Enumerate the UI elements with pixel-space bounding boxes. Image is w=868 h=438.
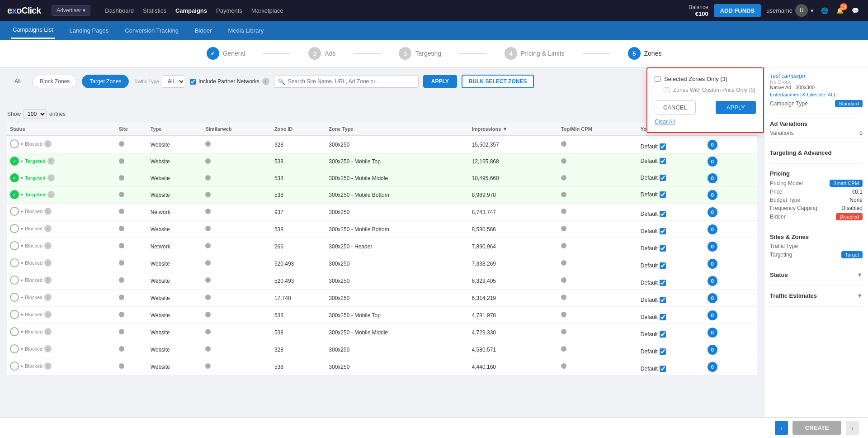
sub-id-badge[interactable]: 0 <box>708 157 717 167</box>
status-icon[interactable]: ✓ <box>10 157 19 166</box>
traffic-estimates-collapse-icon[interactable]: ▼ <box>857 292 863 299</box>
your-cpm-checkbox[interactable] <box>660 245 666 252</box>
info-icon[interactable]: i <box>44 276 52 284</box>
popup-cancel-button[interactable]: CANCEL <box>655 100 696 114</box>
sub-nav-conversion-tracking[interactable]: Conversion Tracking <box>123 23 180 38</box>
popup-apply-button[interactable]: APPLY <box>716 101 756 114</box>
chevron-down-icon[interactable]: ▾ <box>21 364 23 369</box>
your-cpm-checkbox[interactable] <box>660 143 666 150</box>
info-icon[interactable]: i <box>44 294 52 301</box>
col-impressions[interactable]: Impressions ▼ <box>469 123 558 136</box>
chevron-down-icon[interactable]: ▾ <box>21 295 23 300</box>
chevron-down-icon[interactable]: ▾ <box>21 261 23 266</box>
chevron-down-icon[interactable]: ▾ <box>21 209 23 214</box>
chevron-down-icon[interactable]: ▾ <box>21 192 23 197</box>
chevron-down-icon[interactable]: ▾ <box>21 142 23 147</box>
your-cpm-checkbox[interactable] <box>660 314 666 320</box>
chevron-down-icon[interactable]: ▾ <box>21 347 23 352</box>
status-icon[interactable]: ✓ <box>10 190 19 199</box>
sub-id-badge[interactable]: 0 <box>708 276 717 286</box>
your-cpm-checkbox[interactable] <box>660 228 666 234</box>
add-funds-button[interactable]: ADD FUNDS <box>714 4 761 17</box>
info-icon[interactable]: i <box>47 157 55 165</box>
clear-all-link[interactable]: Clear All <box>655 119 675 125</box>
info-icon[interactable]: i <box>44 328 52 335</box>
advertiser-dropdown[interactable]: Advertiser ▾ <box>52 5 90 16</box>
block-zones-button[interactable]: Block Zones <box>32 75 77 88</box>
sub-nav-bidder[interactable]: Bidder <box>193 23 214 38</box>
include-partner-checkbox[interactable] <box>190 79 196 85</box>
sub-id-badge[interactable]: 0 <box>708 345 717 355</box>
sub-id-badge[interactable]: 0 <box>708 362 717 372</box>
sub-id-badge[interactable]: 0 <box>708 140 717 150</box>
sub-id-badge[interactable]: 0 <box>708 259 717 269</box>
create-button[interactable]: CREATE <box>793 421 841 435</box>
sub-id-badge[interactable]: 0 <box>708 207 717 217</box>
info-icon[interactable]: i <box>262 78 269 85</box>
your-cpm-checkbox[interactable] <box>660 348 666 355</box>
status-icon[interactable] <box>10 362 19 371</box>
info-icon[interactable]: i <box>44 362 52 370</box>
status-icon[interactable] <box>10 139 19 148</box>
status-icon[interactable] <box>10 327 19 336</box>
sub-nav-media-library[interactable]: Media Library <box>226 23 265 38</box>
info-icon[interactable]: i <box>44 242 52 249</box>
chevron-down-icon[interactable]: ▾ <box>21 278 23 283</box>
nav-payments[interactable]: Payments <box>216 7 242 14</box>
your-cpm-checkbox[interactable] <box>660 262 666 269</box>
your-cpm-checkbox[interactable] <box>660 331 666 338</box>
custom-price-checkbox[interactable] <box>664 87 670 93</box>
your-cpm-checkbox[interactable] <box>660 158 666 164</box>
info-icon[interactable]: i <box>44 208 52 215</box>
nav-campaigns[interactable]: Campaigns <box>175 7 207 14</box>
status-icon[interactable] <box>10 224 19 233</box>
apply-button[interactable]: APPLY <box>423 75 457 88</box>
chevron-down-icon[interactable]: ▾ <box>21 243 23 248</box>
target-zones-button[interactable]: Target Zones <box>82 75 129 88</box>
all-tab-button[interactable]: All <box>7 75 28 88</box>
your-cpm-checkbox[interactable] <box>660 297 666 303</box>
prev-button[interactable]: ‹ <box>775 421 788 435</box>
chevron-down-icon[interactable]: ▾ <box>21 226 23 231</box>
status-icon[interactable]: ✓ <box>10 173 19 182</box>
chevron-down-icon[interactable]: ▾ <box>21 159 23 164</box>
info-icon[interactable]: i <box>44 259 52 267</box>
your-cpm-checkbox[interactable] <box>660 280 666 286</box>
next-button[interactable]: › <box>846 421 859 435</box>
chevron-down-icon[interactable]: ▾ <box>21 312 23 317</box>
status-icon[interactable] <box>10 293 19 302</box>
sub-id-badge[interactable]: 0 <box>708 242 717 252</box>
search-input[interactable] <box>288 78 415 85</box>
status-icon[interactable] <box>10 258 19 267</box>
notification-icon[interactable]: 🔔 29 <box>835 5 845 16</box>
bulk-select-button[interactable]: BULK SELECT ZONES <box>462 75 534 88</box>
info-icon[interactable]: i <box>47 191 55 198</box>
chevron-down-icon[interactable]: ▾ <box>21 329 23 334</box>
status-icon[interactable] <box>10 241 19 250</box>
globe-icon[interactable]: 🌐 <box>819 5 830 16</box>
nav-marketplace[interactable]: Marketplace <box>251 7 283 14</box>
your-cpm-checkbox[interactable] <box>660 175 666 181</box>
sub-id-badge[interactable]: 0 <box>708 190 717 200</box>
selected-zones-checkbox[interactable] <box>655 76 660 82</box>
sub-id-badge[interactable]: 0 <box>708 224 717 234</box>
sub-id-badge[interactable]: 0 <box>708 293 717 303</box>
sub-id-badge[interactable]: 0 <box>708 310 717 320</box>
status-collapse-icon[interactable]: ▼ <box>857 271 863 278</box>
info-icon[interactable]: i <box>44 345 52 352</box>
status-icon[interactable] <box>10 207 19 216</box>
chevron-down-icon[interactable]: ▾ <box>21 176 23 181</box>
traffic-type-dropdown[interactable]: All <box>162 75 185 88</box>
sub-id-badge[interactable]: 0 <box>708 328 717 338</box>
info-icon[interactable]: i <box>44 311 52 318</box>
info-icon[interactable]: i <box>47 174 55 181</box>
nav-dashboard[interactable]: Dashboard <box>105 7 134 14</box>
sub-id-badge[interactable]: 0 <box>708 173 717 183</box>
sub-nav-landing-pages[interactable]: Landing Pages <box>68 23 111 38</box>
your-cpm-checkbox[interactable] <box>660 211 666 217</box>
username-area[interactable]: username U ▾ <box>766 4 814 17</box>
info-icon[interactable]: i <box>44 140 52 148</box>
info-icon[interactable]: i <box>44 225 52 232</box>
your-cpm-checkbox[interactable] <box>660 366 666 372</box>
status-icon[interactable] <box>10 276 19 285</box>
